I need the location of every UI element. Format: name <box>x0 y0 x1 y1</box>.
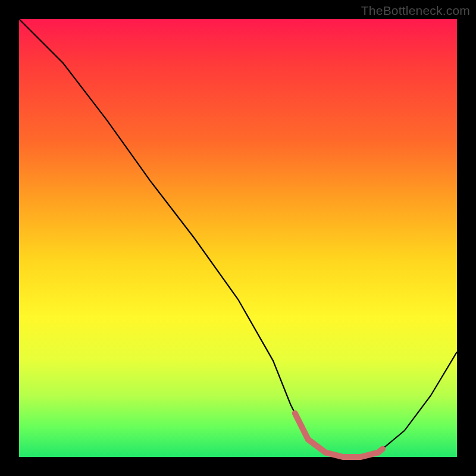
plot-area <box>19 19 457 457</box>
curve-svg <box>19 19 457 457</box>
chart-container: TheBottleneck.com <box>0 0 476 476</box>
curve-highlight-segment <box>295 413 383 457</box>
bottleneck-curve-line <box>19 19 457 457</box>
watermark-text: TheBottleneck.com <box>361 4 470 18</box>
